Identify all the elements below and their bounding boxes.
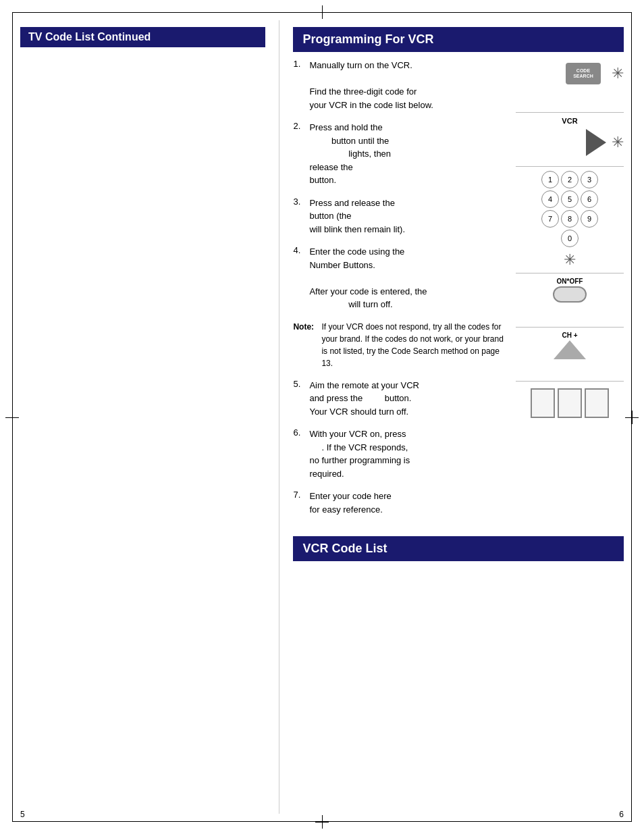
num-zero-row: 0 bbox=[561, 230, 579, 247]
crosshair-left bbox=[5, 411, 19, 424]
instructions-col: 1. Manually turn on the VCR. Find the th… bbox=[293, 59, 509, 525]
diagram-onoff: ON*OFF bbox=[516, 273, 624, 328]
sparkle-icon-3: ✳ bbox=[564, 251, 576, 269]
ch-label: CH + bbox=[562, 332, 577, 339]
step-6: 6. With your VCR on, press . If the VCR … bbox=[293, 427, 509, 480]
crosshair-top bbox=[315, 5, 329, 19]
vcr-code-list-title: VCR Code List bbox=[293, 536, 624, 561]
note-block: Note: If your VCR does not respond, try … bbox=[293, 321, 509, 369]
step-5: 5. Aim the remote at your VCR and press … bbox=[293, 379, 509, 419]
sparkle-icon-1: ✳ bbox=[612, 65, 624, 82]
num-btn-2: 2 bbox=[561, 171, 579, 188]
diagram-code-search: CODESEARCH ✳ bbox=[516, 59, 624, 113]
step-5-content: Aim the remote at your VCR and press the… bbox=[309, 379, 509, 419]
play-button-illustration bbox=[586, 129, 606, 156]
code-box-1 bbox=[531, 388, 555, 418]
step-2: 2. Press and hold the button until the l… bbox=[293, 121, 509, 187]
num-btn-8: 8 bbox=[561, 210, 579, 228]
diagram-vcr-play: VCR ✳ bbox=[516, 113, 624, 167]
left-column: TV Code List Continued bbox=[20, 20, 279, 814]
code-search-button-illustration: CODESEARCH bbox=[566, 63, 601, 84]
code-box-3 bbox=[585, 388, 609, 418]
step-4: 4. Enter the code using the Number Butto… bbox=[293, 245, 509, 311]
code-box-2 bbox=[558, 388, 582, 418]
vcr-code-list-section: VCR Code List bbox=[293, 536, 624, 561]
diagrams-col: CODESEARCH ✳ VCR ✳ 1 bbox=[516, 59, 624, 525]
vcr-label: VCR bbox=[516, 117, 624, 125]
step-1: 1. Manually turn on the VCR. Find the th… bbox=[293, 59, 509, 111]
code-boxes bbox=[531, 388, 609, 418]
step-7-num: 7. bbox=[293, 490, 304, 500]
step-2-content: Press and hold the button until the ligh… bbox=[309, 121, 509, 187]
step-4-num: 4. bbox=[293, 245, 304, 255]
diagram-code-search-inner: CODESEARCH ✳ bbox=[566, 63, 624, 84]
diagram-number-buttons: 1 2 3 4 5 6 7 8 9 0 ✳ bbox=[516, 167, 624, 273]
step-3-content: Press and release the button (the will b… bbox=[309, 197, 509, 236]
note-text: If your VCR does not respond, try all th… bbox=[321, 321, 509, 369]
num-btn-5: 5 bbox=[561, 190, 579, 208]
step-4-content: Enter the code using the Number Buttons.… bbox=[309, 245, 509, 311]
onoff-label: ON*OFF bbox=[557, 278, 583, 285]
num-btn-3: 3 bbox=[581, 171, 598, 188]
diagram-ch-plus: CH + bbox=[516, 328, 624, 382]
step-6-num: 6. bbox=[293, 427, 304, 438]
note-label: Note: bbox=[293, 321, 316, 369]
num-btn-7: 7 bbox=[541, 210, 559, 228]
num-btn-9: 9 bbox=[581, 210, 598, 228]
sparkle-icon-2: ✳ bbox=[612, 134, 624, 151]
crosshair-right bbox=[625, 411, 639, 424]
onoff-button-illustration: ON*OFF bbox=[553, 278, 587, 303]
ch-button-illustration: CH + bbox=[554, 332, 586, 359]
step-7: 7. Enter your code here for easy referen… bbox=[293, 490, 509, 516]
num-grid: 1 2 3 4 5 6 7 8 9 bbox=[541, 171, 598, 228]
right-section-title: Programming For VCR bbox=[293, 27, 624, 52]
num-btn-4: 4 bbox=[541, 190, 559, 208]
crosshair-bottom bbox=[315, 815, 329, 829]
step-1-num: 1. bbox=[293, 59, 304, 69]
num-btn-1: 1 bbox=[541, 171, 559, 188]
right-column: Programming For VCR 1. Manually turn on … bbox=[279, 20, 624, 814]
step-7-content: Enter your code here for easy reference. bbox=[309, 490, 509, 516]
step-1-content: Manually turn on the VCR. Find the three… bbox=[309, 59, 509, 111]
diagram-vcr-play-inner: ✳ bbox=[586, 129, 624, 156]
diagram-code-boxes bbox=[516, 382, 624, 429]
ch-shape bbox=[554, 340, 586, 359]
left-section-title: TV Code List Continued bbox=[20, 27, 265, 47]
main-layout: TV Code List Continued Programming For V… bbox=[20, 20, 624, 814]
onoff-shape bbox=[553, 286, 587, 303]
num-btn-6: 6 bbox=[581, 190, 598, 208]
step-3: 3. Press and release the button (the wil… bbox=[293, 197, 509, 236]
step-5-num: 5. bbox=[293, 379, 304, 389]
step-2-num: 2. bbox=[293, 121, 304, 131]
num-btn-0: 0 bbox=[561, 230, 579, 247]
step-3-num: 3. bbox=[293, 197, 304, 207]
step-6-content: With your VCR on, press . If the VCR res… bbox=[309, 427, 509, 480]
